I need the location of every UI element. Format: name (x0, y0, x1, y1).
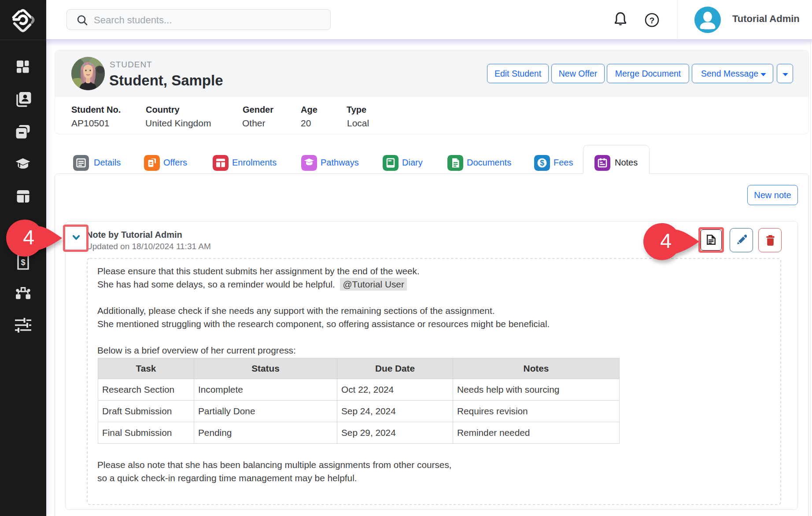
svg-text:$: $ (540, 158, 544, 167)
svg-text:?: ? (650, 16, 655, 25)
